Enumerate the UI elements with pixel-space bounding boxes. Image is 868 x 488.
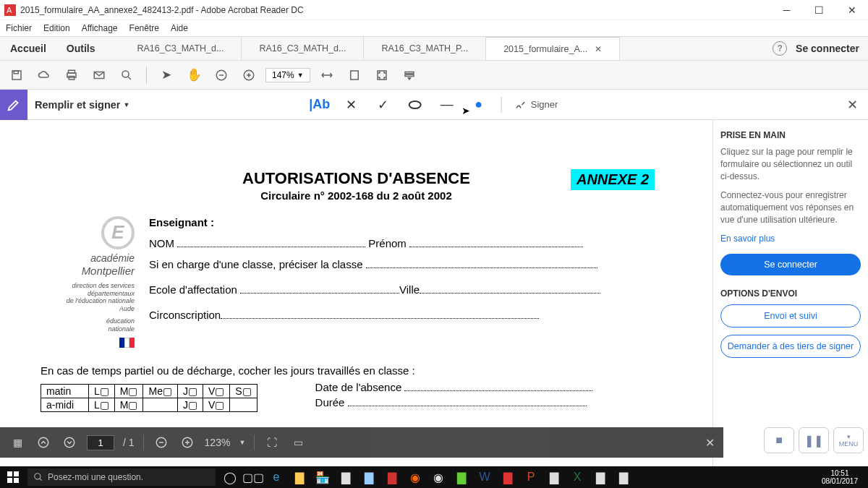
annex-badge: ANNEXE 2 bbox=[571, 169, 655, 190]
svg-point-15 bbox=[409, 101, 421, 108]
connect-button[interactable]: Se connecter bbox=[720, 254, 861, 275]
firefox-icon[interactable]: ◉ bbox=[405, 467, 425, 487]
store-icon[interactable]: 🏪 bbox=[312, 467, 333, 487]
home-button[interactable]: Accueil bbox=[0, 37, 56, 60]
svg-point-8 bbox=[122, 71, 129, 77]
chrome-icon[interactable]: ◉ bbox=[428, 467, 448, 487]
svg-rect-12 bbox=[378, 71, 386, 80]
side-text-1: Cliquez sur la page pour remplir le form… bbox=[720, 146, 861, 182]
svg-point-17 bbox=[64, 437, 75, 448]
side-heading-2: OPTIONS D'ENVOI bbox=[720, 288, 861, 299]
close-button[interactable]: ✕ bbox=[835, 0, 868, 20]
document-view[interactable]: ANNEXE 2 AUTORISATIONS D'ABSENCE Circula… bbox=[0, 120, 712, 466]
app-icon-4[interactable]: ▇ bbox=[451, 467, 472, 487]
svg-rect-22 bbox=[7, 478, 12, 483]
x-mark-tool[interactable]: ✕ bbox=[342, 95, 361, 114]
dot-tool[interactable]: ● bbox=[469, 95, 488, 114]
menu-aide[interactable]: Aide bbox=[171, 23, 188, 33]
side-heading-1: PRISE EN MAIN bbox=[720, 130, 861, 140]
app-icon-2[interactable]: ▇ bbox=[359, 467, 379, 487]
taskview-icon[interactable]: ▢▢ bbox=[243, 467, 263, 487]
page-bar-close-icon[interactable]: ✕ bbox=[705, 436, 715, 450]
stop-button[interactable]: ■ bbox=[764, 427, 794, 453]
print-icon[interactable] bbox=[61, 64, 82, 86]
system-tray[interactable]: 10:51 08/01/2017 bbox=[822, 469, 868, 485]
sign-tool[interactable]: Signer bbox=[515, 95, 558, 114]
search-icon[interactable] bbox=[116, 64, 137, 86]
partial-label: En cas de temps partiel ou de décharge, … bbox=[41, 364, 672, 377]
save-icon[interactable] bbox=[6, 64, 27, 86]
edge-icon[interactable]: e bbox=[266, 467, 286, 487]
learn-more-link[interactable]: En savoir plus bbox=[720, 234, 861, 244]
app-icon-5[interactable]: ▇ bbox=[544, 467, 564, 487]
circle-tool[interactable] bbox=[406, 95, 425, 114]
cortana-icon[interactable]: ◯ bbox=[220, 467, 240, 487]
text-tool[interactable]: |Ab bbox=[310, 95, 329, 114]
page-navigation-bar: ▦ / 1 123% ▼ ⛶ ▭ ✕ bbox=[0, 427, 723, 458]
arrow-tool[interactable]: ➤ bbox=[156, 64, 177, 86]
svg-rect-20 bbox=[7, 471, 12, 476]
hand-tool[interactable]: ✋ bbox=[183, 64, 205, 86]
app-icon-7[interactable]: ▇ bbox=[613, 467, 634, 487]
explorer-icon[interactable]: ▇ bbox=[289, 467, 310, 487]
cloud-icon[interactable] bbox=[33, 64, 55, 86]
thumbnails-icon[interactable]: ▦ bbox=[9, 434, 26, 451]
svg-rect-11 bbox=[350, 71, 358, 80]
fit-page-icon[interactable] bbox=[344, 64, 365, 86]
zoom-out-bar-icon[interactable] bbox=[153, 434, 170, 451]
send-track-button[interactable]: Envoi et suivi bbox=[720, 304, 861, 328]
menu-affichage[interactable]: Affichage bbox=[82, 23, 118, 33]
fit-width-icon[interactable] bbox=[316, 64, 338, 86]
app-icon-1[interactable]: ▇ bbox=[336, 467, 356, 487]
menu-fichier[interactable]: Fichier bbox=[6, 23, 32, 33]
fill-sign-close-icon[interactable]: ✕ bbox=[847, 97, 858, 113]
svg-point-16 bbox=[38, 437, 48, 448]
zoom-out-icon[interactable] bbox=[210, 64, 232, 86]
line-tool[interactable]: — bbox=[438, 95, 456, 114]
menu-fenetre[interactable]: Fenêtre bbox=[129, 23, 159, 33]
tools-button[interactable]: Outils bbox=[56, 37, 106, 60]
zoom-in-icon[interactable] bbox=[238, 64, 260, 86]
page-up-icon[interactable] bbox=[35, 434, 52, 451]
excel-icon[interactable]: X bbox=[567, 467, 587, 487]
side-panel: PRISE EN MAIN Cliquez sur la page pour r… bbox=[712, 120, 868, 466]
check-tool[interactable]: ✓ bbox=[374, 95, 393, 114]
side-text-2: Connectez-vous pour enregistrer automati… bbox=[720, 189, 861, 226]
svg-text:A: A bbox=[7, 6, 12, 14]
fit-icon-bar[interactable]: ⛶ bbox=[263, 434, 281, 451]
fullscreen-icon[interactable] bbox=[371, 64, 393, 86]
start-button[interactable] bbox=[0, 466, 26, 488]
doc-tab-3[interactable]: RA16_C3_MATH_P... bbox=[364, 37, 486, 60]
fill-sign-label[interactable]: Remplir et signer▼ bbox=[35, 99, 129, 111]
academie-logo-icon: E bbox=[101, 216, 135, 249]
app-icon: A bbox=[4, 4, 16, 16]
ask-sign-button[interactable]: Demander à des tiers de signer bbox=[720, 335, 861, 358]
zoom-in-bar-icon[interactable] bbox=[179, 434, 196, 451]
zoom-level-box[interactable]: 147%▼ bbox=[265, 68, 310, 82]
pause-button[interactable]: ❚❚ bbox=[799, 427, 829, 453]
doc-tab-4[interactable]: 2015_formulaire_A...✕ bbox=[486, 37, 620, 60]
app-icon-3[interactable]: ▇ bbox=[382, 467, 402, 487]
sign-in-link[interactable]: Se connecter bbox=[796, 43, 859, 54]
doc-tab-2[interactable]: RA16_C3_MATH_d... bbox=[242, 37, 364, 60]
app-icon-6[interactable]: ▇ bbox=[590, 467, 610, 487]
fill-sign-mode-icon bbox=[0, 90, 27, 120]
page-down-icon[interactable] bbox=[61, 434, 78, 451]
more-tools-icon[interactable] bbox=[399, 64, 420, 86]
doc-tab-1[interactable]: RA16_C3_MATH_d... bbox=[119, 37, 242, 60]
taskbar-search[interactable]: Posez-moi une question. bbox=[27, 468, 216, 486]
word-icon[interactable]: W bbox=[475, 467, 495, 487]
tab-close-icon[interactable]: ✕ bbox=[595, 44, 602, 54]
menu-button[interactable]: ▾MENU bbox=[833, 427, 864, 453]
minimize-button[interactable]: ─ bbox=[770, 0, 803, 20]
help-icon[interactable]: ? bbox=[773, 41, 787, 56]
maximize-button[interactable]: ☐ bbox=[803, 0, 835, 20]
acrobat-icon[interactable]: ▇ bbox=[498, 467, 518, 487]
powerpoint-icon[interactable]: P bbox=[521, 467, 541, 487]
read-mode-icon[interactable]: ▭ bbox=[289, 434, 307, 451]
menu-edition[interactable]: Edition bbox=[43, 23, 70, 33]
mail-icon[interactable] bbox=[88, 64, 110, 86]
page-number-input[interactable] bbox=[87, 435, 114, 450]
float-controls: ■ ❚❚ ▾MENU bbox=[764, 427, 864, 453]
fill-sign-bar: Remplir et signer▼ |Ab ✕ ✓ — ● Signer ✕ bbox=[0, 90, 868, 120]
